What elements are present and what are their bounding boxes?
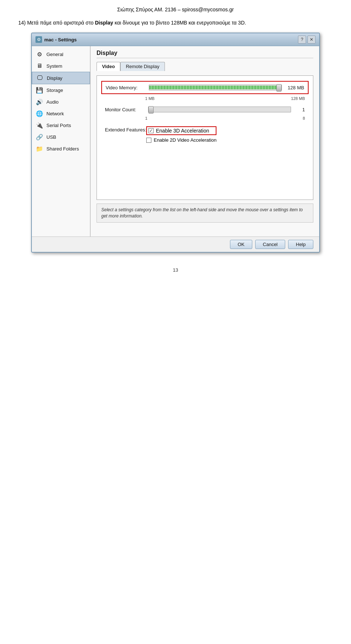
serial-ports-icon: 🔌	[35, 121, 44, 129]
ok-button[interactable]: OK	[230, 240, 252, 249]
checkbox-2d[interactable]	[146, 138, 151, 143]
cancel-button[interactable]: Cancel	[255, 240, 285, 249]
general-icon: ⚙	[35, 50, 44, 58]
help-footer-button[interactable]: Help	[288, 240, 313, 249]
tab-remote-display[interactable]: Remote Display	[120, 62, 165, 71]
sidebar-label-network: Network	[46, 111, 64, 116]
slider-thumb[interactable]	[276, 84, 282, 92]
dialog-body: ⚙ General 🖥 System 🖵 Display 💾 Storage 🔊…	[32, 46, 319, 237]
help-button[interactable]: ?	[298, 36, 306, 44]
page-header: Σιώπης Σπύρος ΑΜ. 2136 – spiross@mycosmo…	[117, 7, 234, 12]
video-memory-slider[interactable]	[149, 85, 282, 90]
vm-min-label: 1 MB	[145, 96, 155, 101]
monitor-slider-thumb[interactable]	[148, 106, 154, 113]
sidebar-item-serial-ports[interactable]: 🔌 Serial Ports	[32, 119, 90, 131]
info-text: Select a settings category from the list…	[101, 207, 303, 219]
extended-features-options: Enable 3D Acceleration Enable 2D Video A…	[146, 126, 216, 143]
option-3d-label: Enable 3D Acceleration	[156, 128, 209, 134]
sidebar-item-usb[interactable]: 🔗 USB	[32, 131, 90, 143]
sidebar-label-serial-ports: Serial Ports	[46, 123, 71, 128]
instruction-text-after: και δίνουμε για το βίντεο 128MB και ενερ…	[113, 20, 246, 26]
sidebar-item-display[interactable]: 🖵 Display	[32, 72, 90, 84]
dialog-footer: OK Cancel Help	[32, 237, 319, 252]
video-memory-value: 128	[285, 85, 296, 90]
sidebar-item-general[interactable]: ⚙ General	[32, 48, 90, 60]
dialog-titlebar: ⚙ mac - Settings ? ✕	[32, 33, 319, 46]
system-icon: 🖥	[35, 62, 44, 70]
sidebar-item-system[interactable]: 🖥 System	[32, 60, 90, 72]
slider-fill	[149, 86, 282, 89]
video-memory-label: Video Memory:	[106, 85, 146, 90]
monitor-count-row: Monitor Count: 1	[101, 105, 309, 114]
sidebar-label-general: General	[46, 52, 63, 57]
sidebar-item-audio[interactable]: 🔊 Audio	[32, 96, 90, 108]
instruction-bold: Display	[95, 20, 113, 26]
vm-max-label: 128 MB	[291, 96, 305, 101]
network-icon: 🌐	[35, 109, 44, 118]
tab-video[interactable]: Video	[97, 62, 120, 71]
video-memory-unit: MB	[297, 85, 305, 90]
titlebar-left: ⚙ mac - Settings	[35, 36, 77, 43]
section-title: Display	[97, 50, 313, 58]
monitor-count-value: 1	[294, 107, 305, 112]
close-button[interactable]: ✕	[307, 36, 316, 44]
sidebar-label-display: Display	[47, 75, 63, 81]
option-2d-label: Enable 2D Video Acceleration	[154, 137, 216, 143]
extended-features-row: Extended Features: Enable 3D Acceleratio…	[101, 125, 309, 144]
display-icon: 🖵	[36, 74, 44, 82]
option-3d-highlighted: Enable 3D Acceleration	[146, 126, 216, 135]
video-memory-row: Video Memory: 128 MB	[101, 81, 309, 94]
dialog-title: mac - Settings	[44, 37, 77, 42]
instruction-text-before: Μετά πάμε από αριστερά στο	[27, 20, 95, 26]
settings-dialog: ⚙ mac - Settings ? ✕ ⚙ General 🖥 System …	[31, 33, 320, 253]
option-2d-row: Enable 2D Video Acceleration	[146, 137, 216, 143]
sidebar-item-network[interactable]: 🌐 Network	[32, 108, 90, 119]
monitor-count-slider[interactable]	[148, 107, 291, 112]
instruction-number: 14)	[18, 20, 26, 26]
sidebar-label-storage: Storage	[46, 88, 63, 93]
audio-icon: 🔊	[35, 98, 44, 106]
titlebar-right: ? ✕	[298, 36, 316, 44]
sidebar-item-shared-folders[interactable]: 📁 Shared Folders	[32, 143, 90, 155]
sidebar-item-storage[interactable]: 💾 Storage	[32, 84, 90, 96]
monitor-min-label: 1	[145, 116, 147, 120]
main-content: Display Video Remote Display Video Memor…	[90, 46, 319, 237]
sidebar-label-usb: USB	[46, 134, 56, 140]
monitor-max-label: 8	[303, 116, 305, 120]
sidebar-label-shared-folders: Shared Folders	[46, 146, 79, 152]
video-memory-labels: 1 MB 128 MB	[145, 96, 309, 101]
instruction: 14) Μετά πάμε από αριστερά στο Display κ…	[18, 19, 333, 27]
sidebar: ⚙ General 🖥 System 🖵 Display 💾 Storage 🔊…	[32, 46, 90, 237]
page-number: 13	[173, 267, 178, 273]
monitor-count-label: Monitor Count:	[105, 107, 145, 112]
sidebar-label-audio: Audio	[46, 99, 58, 105]
checkbox-3d[interactable]	[148, 128, 154, 133]
info-bar: Select a settings category from the list…	[97, 204, 313, 223]
usb-icon: 🔗	[35, 133, 44, 141]
extended-features-label: Extended Features:	[105, 126, 146, 133]
storage-icon: 💾	[35, 86, 44, 94]
shared-folders-icon: 📁	[35, 145, 44, 153]
monitor-count-labels: 1 8	[145, 116, 309, 120]
header-text: Σιώπης Σπύρος ΑΜ. 2136 – spiross@mycosmo…	[117, 7, 234, 12]
tabs: Video Remote Display	[97, 62, 313, 71]
sidebar-label-system: System	[46, 63, 62, 69]
tab-content: Video Memory: 128 MB 1 MB 128 MB Monitor…	[97, 75, 313, 200]
dialog-icon: ⚙	[35, 36, 42, 43]
